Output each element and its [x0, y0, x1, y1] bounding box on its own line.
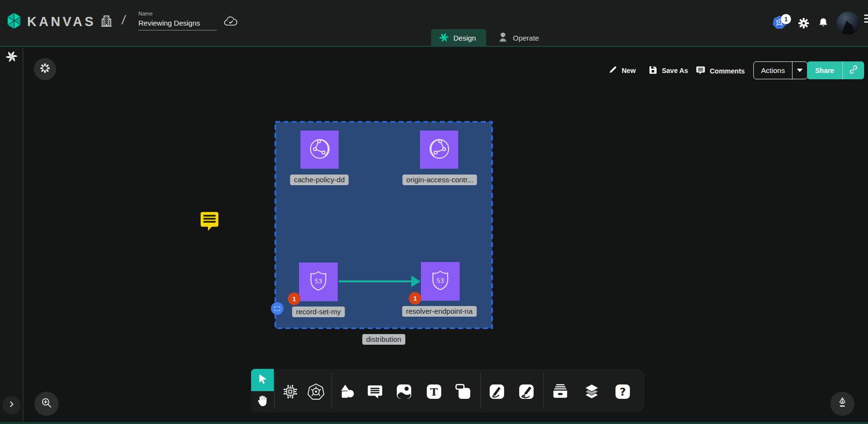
globe-network-icon — [306, 135, 333, 164]
help-tool[interactable]: ? — [614, 383, 631, 400]
sidebar-swirl-icon[interactable] — [5, 50, 18, 65]
node-label-record-set: record-set-my — [292, 307, 345, 317]
new-pencil-icon — [609, 65, 617, 75]
group-handle-dashed-square-icon — [274, 307, 280, 311]
comment-tool[interactable] — [366, 383, 384, 400]
pencil-draw-tool[interactable] — [518, 383, 535, 400]
expand-sidebar-button[interactable] — [2, 396, 21, 414]
svg-text:53: 53 — [314, 278, 322, 285]
tab-operate[interactable]: Operate — [490, 29, 547, 47]
edge-arrowhead — [411, 276, 420, 287]
zoom-in-magnifier-icon — [41, 397, 52, 410]
svg-text:53: 53 — [436, 278, 444, 284]
tab-design[interactable]: Design — [431, 29, 486, 47]
design-name-field: Name — [138, 11, 217, 30]
node-cache-policy[interactable] — [300, 131, 339, 169]
user-avatar[interactable] — [837, 12, 860, 35]
pen-nib-icon — [837, 397, 848, 410]
design-name-input[interactable] — [138, 18, 217, 30]
route53-shield-icon: 53 — [305, 268, 331, 296]
notifications-bell-icon[interactable] — [818, 17, 829, 31]
node-record-set[interactable]: 53 — [299, 263, 338, 301]
component-chip-tool[interactable] — [282, 383, 299, 400]
save-as-button[interactable]: Save As — [648, 65, 688, 76]
new-button-label: New — [622, 67, 636, 74]
design-name-label: Name — [138, 11, 217, 16]
share-split-button[interactable]: Share — [807, 61, 864, 79]
edge-pen-tool[interactable] — [488, 383, 506, 400]
select-cursor-icon — [257, 373, 269, 387]
group-handle[interactable] — [271, 302, 284, 315]
bottom-accent-line — [0, 422, 868, 424]
cloud-saved-icon — [224, 16, 238, 29]
select-tool-button[interactable] — [251, 369, 274, 391]
operate-person-icon — [497, 32, 509, 44]
save-as-button-label: Save As — [662, 67, 688, 74]
comments-button[interactable]: Comments — [696, 65, 745, 76]
image-tool[interactable] — [395, 383, 413, 400]
save-floppy-icon — [648, 65, 658, 76]
svg-text:T: T — [430, 386, 438, 398]
organization-building-icon[interactable] — [99, 14, 114, 30]
comment-marker-icon[interactable] — [199, 211, 220, 234]
kanvas-logo: KANVAS — [6, 12, 96, 32]
node-label-origin-access-control: origin-access-contr... — [403, 175, 477, 185]
error-badge-resolver-endpoint[interactable]: 1 — [409, 292, 421, 305]
edge-record-to-resolver[interactable] — [339, 280, 412, 282]
node-label-cache-policy: cache-policy-dd — [290, 175, 348, 185]
kubernetes-wheel-tool[interactable] — [307, 383, 325, 400]
breadcrumb-separator: / — [121, 13, 127, 28]
globe-network-icon — [426, 135, 453, 164]
group-label-distribution: distribution — [362, 334, 405, 345]
comments-button-label: Comments — [710, 67, 745, 75]
chevron-right-icon — [7, 400, 16, 410]
dot-grid-flower-icon — [40, 63, 50, 75]
annotation-pen-button[interactable] — [830, 392, 854, 416]
svg-text:?: ? — [620, 386, 626, 398]
app-header: KANVAS / Name — [0, 0, 868, 47]
tab-design-label: Design — [453, 34, 476, 42]
tab-operate-label: Operate — [513, 34, 539, 42]
shapes-tool[interactable] — [338, 383, 356, 400]
actions-split-button[interactable]: Actions — [753, 61, 808, 79]
comments-bubble-icon — [696, 65, 705, 76]
frame-tool[interactable] — [454, 383, 472, 400]
layers-tool[interactable] — [583, 383, 600, 400]
text-tool[interactable]: T — [425, 383, 443, 400]
actions-dropdown-toggle[interactable] — [792, 62, 807, 79]
caret-down-icon — [797, 69, 803, 72]
actions-button-label[interactable]: Actions — [754, 62, 792, 79]
drawer-archive-tool[interactable] — [552, 383, 569, 400]
node-resolver-endpoint[interactable]: 53 — [421, 262, 460, 301]
kubernetes-count-badge: 1 — [781, 14, 791, 24]
menu-hamburger-icon[interactable] — [864, 15, 868, 25]
settings-gear-icon[interactable] — [798, 17, 809, 31]
route53-shield-icon: 53 — [427, 267, 453, 295]
error-badge-record-set[interactable]: 1 — [288, 292, 300, 305]
node-origin-access-control[interactable] — [420, 131, 458, 169]
canvas-options-button[interactable] — [34, 58, 56, 80]
share-link-icon — [849, 65, 858, 76]
node-label-resolver-endpoint: resolver-endpoint-na — [402, 306, 477, 317]
kanvas-hexagon-icon — [6, 12, 22, 32]
logo-wordmark: KANVAS — [27, 15, 96, 29]
new-button[interactable]: New — [609, 65, 636, 75]
left-sidebar — [0, 48, 23, 424]
tool-dock: T — [251, 369, 645, 412]
copy-link-button[interactable] — [842, 61, 864, 79]
pan-hand-icon — [256, 395, 269, 409]
share-button-label[interactable]: Share — [807, 61, 842, 79]
pan-hand-tool-button[interactable] — [251, 391, 274, 412]
zoom-in-button[interactable] — [34, 392, 59, 416]
design-swirl-icon — [439, 32, 449, 44]
